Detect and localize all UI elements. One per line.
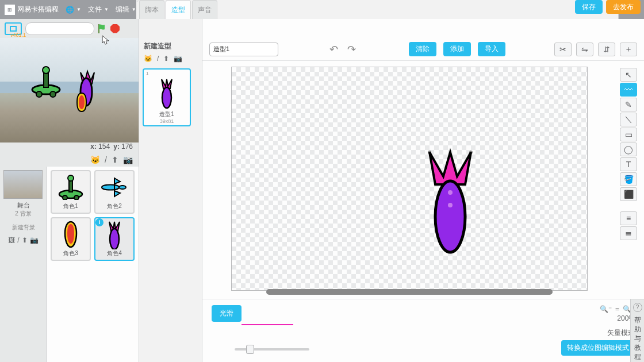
svg-point-12 <box>110 229 119 249</box>
layer-back-icon[interactable]: ≣ <box>620 226 637 240</box>
bg-upload-icon[interactable]: ⬆ <box>22 236 28 244</box>
sprite-info-icon[interactable]: i <box>95 218 103 226</box>
svg-point-17 <box>448 190 453 195</box>
flip-v-icon[interactable]: ⇵ <box>598 43 615 56</box>
topbar: ⊞ 网易卡搭编程 🌐▼ 文件▼ 编辑▼ ▲ ✂ ⤢ ⤡ 我▼ <box>0 0 644 19</box>
line-tool-icon[interactable]: ＼ <box>620 113 637 126</box>
new-backdrop-label: 新建背景 <box>3 224 43 232</box>
publish-button[interactable]: 去发布 <box>606 0 641 14</box>
text-tool-icon[interactable]: T <box>620 157 637 171</box>
cost-paint-icon[interactable]: / <box>157 55 159 63</box>
rect-tool-icon[interactable]: ▭ <box>620 128 637 141</box>
stage-label: 舞台 <box>3 201 43 210</box>
tab-scripts[interactable]: 脚本 <box>139 0 164 19</box>
logo-icon: ⊞ <box>5 5 15 15</box>
width-indicator <box>241 324 293 325</box>
svg-point-4 <box>43 67 49 74</box>
add-button[interactable]: 添加 <box>443 42 471 56</box>
import-button[interactable]: 导入 <box>478 42 505 56</box>
help-icon: ? <box>633 303 642 312</box>
library-icon[interactable]: 🐱 <box>90 155 100 164</box>
help-tab[interactable]: ? 帮 助 与 教 程 <box>630 299 644 362</box>
canvas-artwork <box>421 148 479 257</box>
fill-tool-icon[interactable]: 🪣 <box>620 172 637 186</box>
paint-canvas[interactable] <box>231 67 588 291</box>
switch-bitmap-button[interactable]: 转换成位图编辑模式 <box>561 340 635 356</box>
paint-icon[interactable]: / <box>105 155 107 164</box>
top-actions: 保存 去发布 <box>575 0 641 14</box>
costume-name-input[interactable] <box>209 43 278 56</box>
left-panel: v461.1 x: 154 y: 176 🐱 / ⬆ 📷 舞台 2 背景 新建背… <box>0 19 139 362</box>
stage-sprite-3 <box>75 92 89 113</box>
right-toolbar: ↖ 〰 ✎ ＼ ▭ ◯ T 🪣 ⬛ ≡ ≣ <box>619 67 639 299</box>
backdrop-tools: 🖼 / ⬆ 📷 <box>3 236 43 244</box>
camera-icon[interactable]: 📷 <box>123 155 133 164</box>
bg-camera-icon[interactable]: 📷 <box>30 236 39 244</box>
sprite-card-1[interactable]: 角色1 <box>51 170 91 214</box>
canvas-scrollbar[interactable] <box>266 289 553 295</box>
costume-tools: 🐱 / ⬆ 📷 <box>139 55 202 66</box>
reshape-tool-icon[interactable]: 〰 <box>620 83 637 97</box>
clear-button[interactable]: 清除 <box>409 42 436 56</box>
redo-icon[interactable]: ↷ <box>347 43 356 56</box>
globe-menu[interactable]: 🌐▼ <box>66 6 81 14</box>
stage-sprite-1 <box>29 64 63 99</box>
svg-point-8 <box>74 195 79 200</box>
pen-tool-icon[interactable]: ✎ <box>620 98 637 111</box>
cost-library-icon[interactable]: 🐱 <box>144 55 152 63</box>
save-button[interactable]: 保存 <box>575 0 603 14</box>
crop-icon[interactable]: ✂ <box>554 43 572 56</box>
svg-point-13 <box>162 87 171 108</box>
new-costume-label: 新建造型 <box>139 38 202 55</box>
oval-tool-icon[interactable]: ◯ <box>620 143 637 156</box>
svg-point-10 <box>68 175 74 181</box>
width-slider-thumb[interactable] <box>246 345 254 354</box>
stage-preview[interactable] <box>0 38 139 143</box>
sprite-area: 舞台 2 背景 新建背景 🖼 / ⬆ 📷 角色1 角色2 <box>0 167 139 362</box>
sprite-card-3[interactable]: 角色3 <box>51 217 91 261</box>
upload-icon[interactable]: ⬆ <box>112 155 118 164</box>
svg-point-11 <box>119 186 126 189</box>
cost-upload-icon[interactable]: ⬆ <box>163 55 169 63</box>
stage-column: 舞台 2 背景 新建背景 🖼 / ⬆ 📷 <box>0 167 47 362</box>
zoom-percent: 200% <box>561 314 635 322</box>
new-sprite-tools: 🐱 / ⬆ 📷 <box>0 153 139 167</box>
svg-point-7 <box>63 195 67 200</box>
sprite-card-2[interactable]: 角色2 <box>94 170 135 214</box>
costume-panel: 脚本 造型 声音 新建造型 🐱 / ⬆ 📷 1 造型1 39x81 <box>139 19 202 362</box>
bg-paint-icon[interactable]: / <box>17 236 19 244</box>
zoom-reset-icon[interactable]: = <box>615 305 619 313</box>
bg-library-icon[interactable]: 🖼 <box>8 236 15 244</box>
stop-button[interactable] <box>110 24 120 33</box>
canvas-area <box>202 61 619 299</box>
costume-list: 1 造型1 39x81 <box>139 66 202 362</box>
file-menu[interactable]: 文件▼ <box>88 5 109 14</box>
green-flag-icon[interactable] <box>98 24 107 34</box>
sprite-card-4[interactable]: i 角色4 <box>94 217 135 261</box>
edit-menu[interactable]: 编辑▼ <box>116 5 136 14</box>
undo-icon[interactable]: ↶ <box>329 43 338 56</box>
coords-readout: x: 154 y: 176 <box>0 143 139 153</box>
editor-footer: 光滑 🔍⁻ = 🔍⁺ 200% 矢量模式 转换成位图编辑模式 <box>202 299 644 362</box>
project-name-input[interactable] <box>25 22 94 35</box>
costume-card-1[interactable]: 1 造型1 39x81 <box>143 68 191 126</box>
svg-point-18 <box>448 203 453 207</box>
stage-backdrop-count: 2 背景 <box>3 210 43 218</box>
tabs: 脚本 造型 声音 <box>139 0 218 19</box>
tab-sounds[interactable]: 声音 <box>192 0 217 19</box>
stage-thumb[interactable] <box>3 170 43 199</box>
tab-costumes[interactable]: 造型 <box>166 0 191 19</box>
cost-camera-icon[interactable]: 📷 <box>174 55 182 63</box>
svg-point-2 <box>50 91 56 97</box>
select-tool-icon[interactable]: ↖ <box>620 68 637 82</box>
flip-h-icon[interactable]: ⇋ <box>576 43 593 56</box>
editor-toolbar: ↶ ↷ 清除 添加 导入 ✂ ⇋ ⇵ ＋ <box>202 38 644 61</box>
layer-fwd-icon[interactable]: ≡ <box>620 211 637 225</box>
version-label: v461.1 <box>10 32 26 38</box>
paint-editor: 保存 去发布 ↶ ↷ 清除 添加 导入 ✂ ⇋ ⇵ ＋ <box>202 19 644 362</box>
smooth-button[interactable]: 光滑 <box>212 305 241 322</box>
zoom-out-icon[interactable]: 🔍⁻ <box>600 305 612 313</box>
erase-tool-icon[interactable]: ⬛ <box>620 187 637 201</box>
vector-mode-label: 矢量模式 <box>561 328 635 338</box>
center-icon[interactable]: ＋ <box>620 43 637 56</box>
